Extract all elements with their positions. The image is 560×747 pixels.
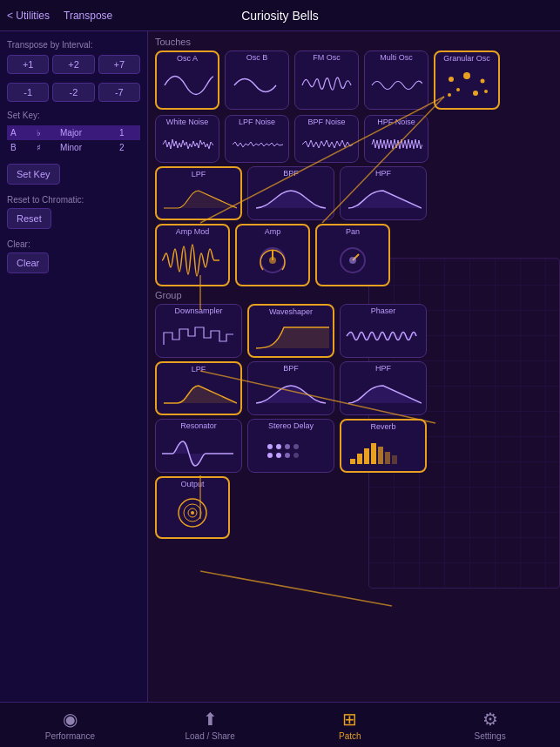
settings-label: Settings [475, 731, 506, 741]
load-share-label: Load / Share [185, 731, 234, 741]
main-layout: Transpose by Interval: +1 +2 +7 -1 -2 -7… [0, 31, 560, 702]
interval-plus1[interactable]: +1 [7, 55, 49, 74]
svg-rect-30 [385, 452, 390, 464]
patch-label: Patch [339, 731, 361, 741]
svg-point-11 [448, 93, 451, 97]
svg-point-14 [269, 257, 276, 264]
node-osc-b-label: Osc B [245, 51, 270, 62]
g-bpf-visual [248, 373, 334, 414]
nav-performance[interactable]: ◉ Performance [35, 709, 105, 741]
waveshaper-label: Waveshaper [267, 306, 314, 316]
node-lpf-noise[interactable]: LPF Noise [225, 115, 289, 163]
node-hpf[interactable]: HPF [340, 166, 427, 220]
reset-label: Reset to Chromatic: [7, 195, 140, 205]
g-lpf-label: LPF [190, 363, 208, 374]
svg-point-9 [456, 88, 460, 91]
node-granular-osc-visual [435, 63, 498, 108]
top-bar: < Utilities Transpose Curiosity Bells [0, 0, 560, 31]
node-hpf-noise[interactable]: HPF Noise [364, 115, 428, 163]
node-output[interactable]: Output [155, 476, 230, 539]
downsampler-visual [156, 315, 241, 357]
amp-mod-visual [157, 236, 228, 285]
resonator-visual [156, 430, 241, 472]
svg-point-6 [449, 77, 454, 82]
node-waveshaper[interactable]: Waveshaper [247, 304, 334, 358]
nav-transpose[interactable]: Transpose [64, 10, 112, 22]
hpf-noise-label: HPF Noise [375, 116, 417, 126]
interval-minus2[interactable]: -2 [52, 83, 94, 102]
svg-point-20 [293, 444, 299, 449]
filter-row: LPF BPF HPF [155, 166, 553, 220]
node-reverb[interactable]: Reverb [340, 419, 427, 473]
settings-icon: ⚙ [482, 709, 498, 730]
node-phaser[interactable]: Phaser [340, 304, 427, 358]
svg-point-16 [349, 257, 356, 264]
lpf-noise-label: LPF Noise [237, 116, 277, 126]
nav-settings[interactable]: ⚙ Settings [455, 709, 525, 741]
node-pan[interactable]: Pan [315, 224, 390, 286]
key-table: A♭Major1 B♯Minor2 [7, 125, 140, 155]
node-fm-osc[interactable]: FM Osc [294, 50, 359, 110]
interval-minus1[interactable]: -1 [7, 83, 49, 102]
node-osc-a[interactable]: Osc A [155, 50, 219, 110]
node-amp[interactable]: Amp [235, 224, 310, 286]
clear-label: Clear: [7, 239, 140, 249]
nav-load-share[interactable]: ⬆ Load / Share [175, 709, 245, 741]
interval-grid-pos: +1 +2 +7 [7, 55, 140, 74]
svg-rect-28 [371, 443, 376, 464]
lpf-noise-visual [226, 126, 288, 162]
svg-point-8 [481, 79, 485, 84]
touches-label: Touches [155, 37, 553, 47]
nav-patch[interactable]: ⊞ Patch [315, 709, 385, 741]
node-stereo-delay[interactable]: Stereo Delay [247, 419, 334, 473]
sidebar: Transpose by Interval: +1 +2 +7 -1 -2 -7… [0, 31, 148, 702]
content: Touches Osc A Osc B [148, 31, 560, 702]
svg-rect-31 [392, 455, 397, 464]
svg-point-19 [285, 444, 290, 449]
bottom-nav: ◉ Performance ⬆ Load / Share ⊞ Patch ⚙ S… [0, 702, 560, 747]
bpf-noise-label: BPF Noise [306, 116, 347, 126]
node-bpf-noise[interactable]: BPF Noise [294, 115, 359, 163]
output-label: Output [179, 478, 206, 488]
white-noise-visual [156, 126, 219, 162]
svg-point-24 [293, 453, 299, 458]
key-row-b[interactable]: B♯Minor2 [7, 140, 140, 155]
g-bpf-label: BPF [281, 362, 300, 373]
node-white-noise[interactable]: White Noise [155, 115, 219, 163]
node-resonator[interactable]: Resonator [155, 419, 242, 473]
interval-grid-neg: -1 -2 -7 [7, 83, 140, 102]
resonator-label: Resonator [179, 420, 219, 430]
interval-plus2[interactable]: +2 [52, 55, 94, 74]
node-multi-osc-label: Multi Osc [378, 51, 415, 62]
clear-button[interactable]: Clear [7, 252, 49, 273]
patch-icon: ⊞ [342, 709, 357, 730]
node-g-bpf[interactable]: BPF [247, 361, 334, 415]
svg-point-7 [463, 72, 470, 79]
node-g-lpf[interactable]: LPF [155, 361, 242, 415]
performance-icon: ◉ [63, 709, 78, 730]
node-multi-osc[interactable]: Multi Osc [364, 50, 428, 110]
reverb-visual [341, 431, 425, 471]
svg-line-5 [200, 571, 392, 606]
hpf-noise-visual [365, 126, 428, 162]
node-bpf[interactable]: BPF [247, 166, 334, 220]
nav-utilities[interactable]: < Utilities [7, 10, 50, 22]
svg-point-17 [267, 444, 273, 449]
reset-button[interactable]: Reset [7, 208, 51, 229]
downsampler-label: Downsampler [172, 305, 224, 315]
bpf-noise-visual [295, 126, 358, 162]
key-row-a[interactable]: A♭Major1 [7, 125, 140, 140]
bpf-label: BPF [281, 167, 300, 178]
node-lpf[interactable]: LPF [155, 166, 242, 220]
svg-point-23 [285, 453, 290, 458]
interval-minus7[interactable]: -7 [98, 83, 140, 102]
set-key-button[interactable]: Set Key [7, 164, 60, 185]
stereo-delay-visual [248, 430, 334, 472]
g-hpf-label: HPF [374, 362, 393, 373]
interval-plus7[interactable]: +7 [98, 55, 140, 74]
node-g-hpf[interactable]: HPF [340, 361, 427, 415]
node-osc-b[interactable]: Osc B [225, 50, 289, 110]
node-downsampler[interactable]: Downsampler [155, 304, 242, 358]
node-granular-osc[interactable]: Granular Osc [434, 50, 500, 110]
node-amp-mod[interactable]: Amp Mod [155, 224, 230, 286]
